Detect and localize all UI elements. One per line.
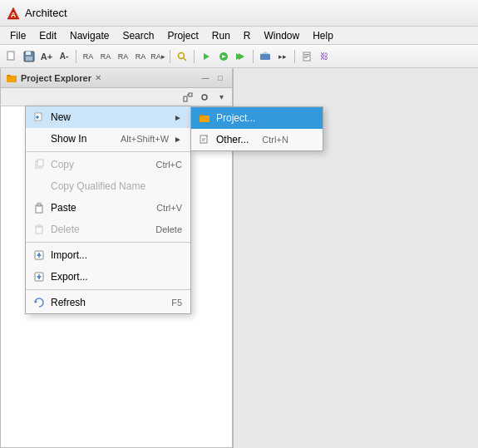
menu-window[interactable]: Window <box>257 28 306 43</box>
panel-minimize-btn[interactable]: — <box>199 72 212 84</box>
submenu-other-label: Other... <box>216 134 249 145</box>
paste-icon <box>32 201 46 214</box>
menu-navigate[interactable]: Navigate <box>63 28 116 43</box>
svg-text:A: A <box>11 11 17 19</box>
menu-run[interactable]: Run <box>205 28 237 43</box>
svg-rect-43 <box>37 224 41 226</box>
svg-rect-18 <box>304 54 309 55</box>
toolbar-deploy-btn[interactable] <box>257 48 273 65</box>
panel-toolbar: ▾ <box>1 88 232 106</box>
ctx-copy-qualified-item[interactable]: Copy Qualified Name <box>26 175 190 197</box>
toolbar-deploy2-btn[interactable]: ▸▸ <box>274 48 291 65</box>
ctx-copy-item[interactable]: Copy Ctrl+C <box>26 154 190 175</box>
menu-r[interactable]: R <box>237 28 258 43</box>
svg-rect-21 <box>7 76 17 82</box>
toolbar-sep2 <box>170 50 170 63</box>
ctx-export-label: Export... <box>51 271 182 283</box>
panel-close-icon[interactable]: ✕ <box>95 73 101 82</box>
ctx-showin-item[interactable]: Show In Alt+Shift+W ► <box>26 128 190 150</box>
menu-search[interactable]: Search <box>116 28 160 43</box>
panel-menu-btn[interactable]: ▾ <box>214 90 229 105</box>
menu-bar: File Edit Navigate Search Project Run R … <box>0 27 478 45</box>
submenu-project-label: Project... <box>216 112 255 124</box>
submenu-project-item[interactable]: Project... <box>191 107 323 129</box>
svg-rect-15 <box>260 54 270 60</box>
export-icon <box>32 270 46 283</box>
ctx-delete-shortcut: Delete <box>155 224 182 234</box>
svg-rect-22 <box>7 75 11 76</box>
menu-help[interactable]: Help <box>306 28 340 43</box>
toolbar-save-btn[interactable] <box>21 48 37 65</box>
ctx-paste-item[interactable]: Paste Ctrl+V <box>26 197 190 219</box>
svg-rect-41 <box>36 227 42 234</box>
other-icon <box>198 133 211 146</box>
panel-controls: — □ <box>199 72 227 84</box>
svg-marker-50 <box>35 300 37 303</box>
ctx-copy-qualified-label: Copy Qualified Name <box>51 180 182 192</box>
svg-rect-30 <box>200 116 209 122</box>
copy-qualified-icon <box>32 180 46 193</box>
panel-header: Project Explorer ✕ — □ <box>1 68 232 88</box>
ctx-refresh-item[interactable]: Refresh F5 <box>26 292 190 313</box>
toolbar-sep1 <box>76 50 76 63</box>
refresh-icon <box>32 296 46 309</box>
toolbar-sep4 <box>253 50 254 63</box>
toolbar-btn6[interactable]: RA <box>97 48 114 65</box>
ctx-export-item[interactable]: Export... <box>26 266 190 288</box>
panel-link-btn[interactable] <box>197 90 212 105</box>
toolbar-btn5[interactable]: RA <box>80 48 96 65</box>
ctx-new-label: New <box>51 111 169 123</box>
svg-rect-40 <box>37 203 41 204</box>
toolbar-new-btn[interactable] <box>3 48 20 65</box>
toolbar: A+ A- RA RA RA RA RA▸ ▸▸ <box>0 45 478 68</box>
showin-icon <box>32 132 46 145</box>
panel-maximize-btn[interactable]: □ <box>214 72 227 84</box>
toolbar-link-btn[interactable]: ⛓ <box>316 48 333 65</box>
toolbar-btn8[interactable]: RA <box>132 48 149 65</box>
folder-icon <box>6 72 17 84</box>
panel-collapse-btn[interactable] <box>180 90 195 105</box>
toolbar-clip-btn[interactable] <box>298 48 315 65</box>
svg-line-9 <box>184 58 186 61</box>
submenu-other-item[interactable]: Other... Ctrl+N <box>191 129 323 150</box>
ctx-paste-shortcut: Ctrl+V <box>156 203 182 213</box>
ctx-delete-item[interactable]: Delete Delete <box>26 219 190 240</box>
ctx-showin-label: Show In <box>51 133 104 145</box>
toolbar-btn9[interactable]: RA▸ <box>150 48 166 65</box>
panel-title-area: Project Explorer ✕ <box>6 72 101 84</box>
menu-edit[interactable]: Edit <box>32 28 63 43</box>
svg-rect-6 <box>26 52 31 55</box>
title-bar: A Architect <box>0 0 478 27</box>
ctx-import-label: Import... <box>51 249 182 261</box>
ctx-showin-shortcut: Alt+Shift+W <box>121 134 169 144</box>
main-area: Project Explorer ✕ — □ <box>0 68 478 448</box>
svg-point-8 <box>179 52 185 58</box>
ctx-paste-label: Paste <box>51 202 140 214</box>
svg-rect-24 <box>189 93 192 96</box>
import-icon <box>32 249 46 262</box>
project-icon <box>198 111 211 125</box>
app-title: Architect <box>25 7 67 19</box>
ctx-refresh-label: Refresh <box>51 297 155 308</box>
ctx-import-item[interactable]: Import... <box>26 244 190 266</box>
svg-rect-20 <box>304 57 308 58</box>
ctx-copy-label: Copy <box>51 159 140 170</box>
toolbar-run3-btn[interactable] <box>233 48 249 65</box>
toolbar-btn4[interactable]: A- <box>56 48 72 65</box>
toolbar-search-btn[interactable] <box>174 48 190 65</box>
menu-file[interactable]: File <box>3 28 32 43</box>
ctx-copy-shortcut: Ctrl+C <box>156 160 182 170</box>
toolbar-sep5 <box>294 50 295 63</box>
toolbar-sep3 <box>194 50 195 63</box>
submenu-new: Project... Other... Ctrl+N <box>190 106 323 151</box>
svg-marker-10 <box>204 53 209 60</box>
toolbar-btn3[interactable]: A+ <box>38 48 55 65</box>
toolbar-btn7[interactable]: RA <box>115 48 131 65</box>
toolbar-run2-btn[interactable] <box>215 48 232 65</box>
ctx-new-item[interactable]: New ► Project... <box>26 106 190 128</box>
svg-rect-37 <box>37 160 43 166</box>
menu-project[interactable]: Project <box>160 28 205 43</box>
svg-marker-16 <box>261 52 269 54</box>
toolbar-run-btn[interactable] <box>198 48 214 65</box>
ctx-delete-label: Delete <box>51 224 139 235</box>
